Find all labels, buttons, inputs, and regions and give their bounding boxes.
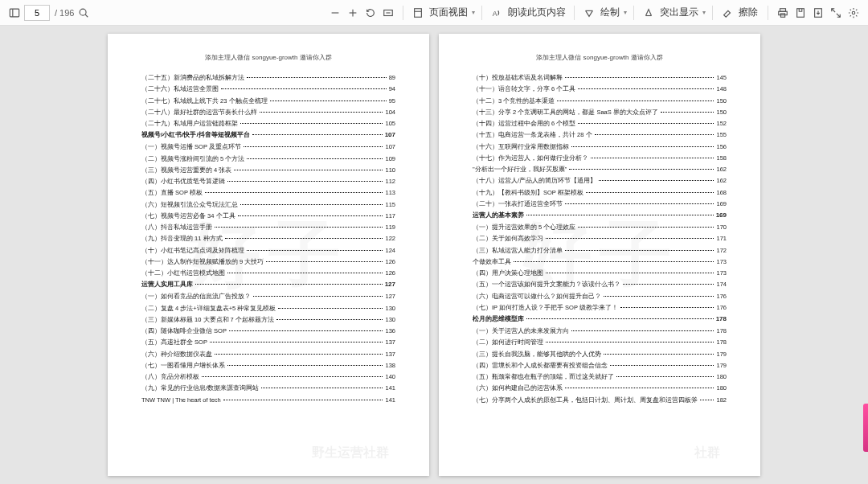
zoom-in-icon[interactable] [345,5,361,21]
save-as-icon[interactable] [810,5,826,21]
toc-entry[interactable]: "分析出一个好行业，我好买股票"162 [473,165,727,174]
toc-entry[interactable]: （五）一个运营该如何提升文案能力？该读什么书？174 [473,280,727,289]
toc-leader-dots [565,250,714,251]
toc-entry[interactable]: （九）抖音变现的 11 种方式122 [141,234,395,243]
toc-entry[interactable]: （四）用户决策心理地图173 [473,269,727,277]
toc-entry[interactable]: （七）视频号运营必备 34 个工具117 [141,211,395,220]
rotate-icon[interactable] [362,5,379,21]
toc-entry[interactable]: （十二）3 个竞性的基本渠道150 [473,96,727,105]
toc-entry[interactable]: （三）视频号运营重要的 4 张表110 [141,166,395,174]
toc-page-number: 89 [389,73,395,82]
toc-entry[interactable]: （二）视频号涨粉间引流的 5 个方法109 [141,154,395,163]
erase-icon[interactable] [719,5,735,21]
toc-entry[interactable]: （十二）小红书运营模式地图126 [141,269,395,277]
toc-entry[interactable]: （八）竞品分析模板140 [141,372,395,381]
toc-entry[interactable]: （二十九）私域用户运营链路框架105 [141,119,395,128]
toc-entry[interactable]: （二十）一张表打通运营全环节169 [473,199,727,208]
toc-title: （八）竞品分析模板 [141,372,199,381]
toc-title: （六）种介绍数据仪表盘 [141,350,212,359]
toc-page-number: 137 [385,350,395,359]
toc-entry[interactable]: （三）新媒体标题 10 大要点和 7 个起标题方法130 [141,315,395,324]
fullscreen-icon[interactable] [828,5,844,21]
toc-entry[interactable]: （一）如何看竞品的信息流广告投放？127 [141,292,395,301]
save-icon[interactable] [792,5,809,21]
read-aloud-icon[interactable]: A [489,5,505,21]
toc-entry[interactable]: （三）提长自我洗脑，能够其他哄的个人优势179 [473,350,727,359]
toc-entry[interactable]: （十三）分享 2 个竞调研工具的网站，都是 SaaS 界的大众点评了150 [473,108,727,117]
toc-entry[interactable]: （二）复盘 4 步法+详细复盘表+5 种常复见模板130 [141,304,395,313]
draw-button[interactable]: 绘制 [600,6,620,19]
toc-page-number: 178 [716,326,727,335]
toc-title: （七）IP 如何打造人设？手把手 SOP 级教学来了！ [473,303,618,312]
chevron-down-icon: ▾ [702,9,706,16]
toc-entry[interactable]: （三）私域运营人能力打分清单172 [473,246,727,255]
fit-width-icon[interactable] [380,5,396,21]
toc-entry[interactable]: （十五）电商运营一条龙表格，共计 28 个155 [473,130,727,139]
toc-entry[interactable]: （六）种介绍数据仪表盘137 [141,350,395,359]
page-view-button[interactable]: 页面视图 [429,6,468,19]
toc-entry[interactable]: （二）关于如何高效学习171 [473,234,727,243]
toc-entry[interactable]: （一）提升运营效果的 5 个心理效应170 [473,223,727,232]
pdf-viewer[interactable]: 好子 添加主理人微信 songyue-growth 邀请你入群 （二十五）新消费… [0,26,868,484]
toc-entry[interactable]: （十九）【教科书级别】SOP 框架模板168 [473,188,727,197]
toc-entry[interactable]: 松月的思维模型库178 [473,314,727,324]
toc-title: （六）短视频引流公众号玩法汇总 [141,200,238,209]
toc-entry[interactable]: （二十七）私域线上线下共 23 个触点全梳理95 [141,96,395,105]
toc-page-number: 158 [716,154,727,162]
toc-title: （五）高速社群全 SOP [141,338,207,347]
toc-entry[interactable]: （二十五）新消费品的私域拆解方法89 [141,73,395,82]
page-number-input[interactable] [24,5,50,21]
toc-entry[interactable]: （十六）互联网行业常用数据指标156 [473,142,727,151]
toc-entry[interactable]: （十一）达人制作短视频赋播放的 9 大技巧126 [141,257,395,266]
toc-entry[interactable]: （七）IP 如何打造人设？手把手 SOP 级教学来了！176 [473,303,727,312]
toc-entry[interactable]: （六）电商运营可以做什么？如何提升自己？176 [473,292,727,301]
draw-icon[interactable] [581,5,597,21]
toc-entry[interactable]: （十）小红书笔记高点词及矩阵梳理124 [141,246,395,255]
toc-entry[interactable]: （一）关于运营人的未来发展方向178 [473,326,727,335]
toc-entry[interactable]: （四）小红书优质笔号算逻辑112 [141,177,395,186]
toc-entry[interactable]: TNW TNW | The heart of tech141 [141,396,395,404]
zoom-out-icon[interactable] [327,5,343,21]
side-tab-handle[interactable] [863,404,868,452]
page-view-icon[interactable] [410,5,426,21]
toc-page-number: 113 [385,188,395,197]
erase-button[interactable]: 擦除 [739,6,758,19]
toc-entry[interactable]: （四）随体咖啡企业微信 SOP136 [141,326,395,335]
toc-leader-dots [270,100,387,101]
toc-entry[interactable]: （七）一图看懂用户增长体系138 [141,361,395,370]
toc-entry[interactable]: （十四）运营过程中会用的 6 个模型152 [473,119,727,128]
toc-entry[interactable]: 视频号/小红书/快手/抖音等短视频平台107 [141,130,395,140]
print-icon[interactable] [775,5,791,21]
toc-leader-dots [610,365,714,366]
settings-icon[interactable] [845,5,862,21]
toc-entry[interactable]: （十）投放基础术语及名词解释145 [473,73,727,82]
toc-entry[interactable]: （一）视频号运播 SOP 及重点环节107 [141,142,395,151]
sidebar-toggle-icon[interactable] [6,5,23,21]
pdf-page-left: 好子 添加主理人微信 songyue-growth 邀请你入群 （二十五）新消费… [108,34,429,476]
read-aloud-button[interactable]: 朗读此页内容 [508,6,566,19]
toc-entry[interactable]: （八）抖音私域运营手册119 [141,223,395,232]
toc-entry[interactable]: 个做效率工具173 [473,257,727,266]
toc-entry[interactable]: （九）常见的行业信息/数据来源查询网站141 [141,384,395,392]
toc-entry[interactable]: （七）分享两个人成长的原创工具，包括日计划、周计划、周复盘和运营四板斧182 [473,396,727,404]
toc-entry[interactable]: （六）如何构建自己的运营体系180 [473,384,727,392]
toc-entry[interactable]: （二十八）最好社群的运营节奏长什么样104 [141,108,395,117]
toc-leader-dots [526,215,714,215]
toc-entry[interactable]: 运营人实用工具库127 [141,280,395,289]
toc-entry[interactable]: （十八）运营人/产品人的简历环节【通用】162 [473,176,727,185]
toc-entry[interactable]: 运营人的基本素养169 [473,211,727,220]
toc-entry[interactable]: （五）直播 SOP 模板113 [141,188,395,197]
toc-entry[interactable]: （二十六）私域运营全景图94 [141,84,395,93]
highlight-button[interactable]: 突出显示 [660,6,698,19]
toc-entry[interactable]: （六）短视频引流公众号玩法汇总115 [141,200,395,209]
toc-entry[interactable]: （二）如何进行时间管理178 [473,338,727,347]
toc-entry[interactable]: （四）雷境长和个人成长都需要有投资组合信念179 [473,361,727,370]
toc-entry[interactable]: （十一）语音转文字，分享 6 个工具148 [473,84,727,93]
toc-page-number: 119 [385,223,395,232]
toc-entry[interactable]: （五）瓶颈常都也在瓶子的顶端，而过这关就好了180 [473,372,727,381]
toc-title: （二十八）最好社群的运营节奏长什么样 [141,108,257,117]
toc-entry[interactable]: （五）高速社群全 SOP137 [141,338,395,347]
toc-entry[interactable]: （十七）作为运营人，如何做行业分析？158 [473,154,727,162]
highlight-icon[interactable] [641,5,657,21]
search-icon[interactable] [76,5,92,21]
